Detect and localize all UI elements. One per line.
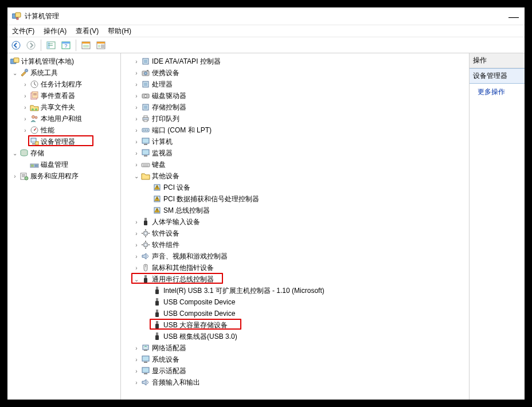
view-list-button[interactable] [95, 39, 107, 52]
tree-services-apps[interactable]: › 服务和应用程序 [9, 170, 119, 182]
device-usb-mass[interactable]: USB 大容量存储设备 [122, 319, 468, 331]
help-button[interactable]: ? [60, 39, 72, 52]
kb-icon [141, 160, 150, 169]
expand-icon[interactable]: › [132, 139, 140, 145]
tree-storage[interactable]: ⌄ 存储 [9, 147, 119, 159]
expand-icon[interactable]: › [21, 93, 29, 99]
expand-icon[interactable]: › [21, 81, 29, 88]
device-usb-roothub[interactable]: USB 根集线器(USB 3.0) [122, 331, 468, 342]
show-hide-tree-button[interactable] [45, 39, 57, 52]
minimize-button[interactable]: — [508, 11, 519, 23]
device-usb-comp2[interactable]: USB Composite Device [122, 308, 468, 319]
tree-shared-folders[interactable]: › 共享文件夹 [9, 101, 119, 113]
device-label: 网络适配器 [152, 343, 186, 353]
device-usb-ctrl[interactable]: ⌄通用串行总线控制器 [122, 273, 468, 285]
device-sound[interactable]: ›声音、视频和游戏控制器 [122, 251, 468, 262]
device-software-dev[interactable]: ›软件设备 [122, 228, 468, 239]
expand-icon[interactable]: › [11, 173, 19, 179]
device-audio-io[interactable]: ›音频输入和输出 [122, 377, 468, 388]
menu-file[interactable]: 文件(F) [12, 26, 34, 36]
menu-bar: 文件(F) 操作(A) 查看(V) 帮助(H) [7, 25, 525, 37]
device-usb-comp1[interactable]: USB Composite Device [122, 296, 468, 308]
device-software-comp[interactable]: ›软件组件 [122, 239, 468, 251]
device-print-queue[interactable]: ›打印队列 [122, 113, 468, 124]
nav-back-button[interactable] [10, 39, 22, 52]
expand-icon[interactable]: ⌄ [132, 276, 140, 283]
expand-icon[interactable]: › [132, 104, 140, 111]
expand-icon[interactable]: ⌄ [11, 150, 19, 156]
device-label: SM 总线控制器 [163, 206, 210, 216]
tree-performance[interactable]: › 性能 [9, 124, 119, 136]
device-label: 端口 (COM 和 LPT) [152, 126, 212, 135]
tree-system-tools[interactable]: ⌄ 系统工具 [9, 67, 119, 79]
nav-forward-button[interactable] [25, 39, 37, 52]
device-other[interactable]: ⌄其他设备 [122, 170, 468, 182]
speaker-icon [141, 252, 150, 261]
chip-icon [141, 57, 150, 66]
expand-icon[interactable]: › [132, 265, 140, 271]
device-system-dev[interactable]: ›系统设备 [122, 354, 468, 365]
body: 计算机管理(本地) ⌄ 系统工具 › 任务计划程序 › 事件查看器 › 共享文件… [7, 53, 525, 400]
device-ide[interactable]: ›IDE ATA/ATAPI 控制器 [122, 56, 468, 67]
speaker-icon [141, 378, 150, 387]
left-tree-pane[interactable]: 计算机管理(本地) ⌄ 系统工具 › 任务计划程序 › 事件查看器 › 共享文件… [7, 53, 121, 400]
tree-task-scheduler[interactable]: › 任务计划程序 [9, 79, 119, 90]
expand-icon[interactable]: › [132, 162, 140, 168]
tree-root[interactable]: 计算机管理(本地) [9, 56, 119, 67]
tree-local-users[interactable]: › 本地用户和组 [9, 113, 119, 124]
expand-icon[interactable]: ⌄ [11, 70, 19, 76]
expand-icon[interactable]: › [132, 357, 140, 363]
expand-icon[interactable]: › [21, 127, 29, 134]
device-tree-pane[interactable]: ›IDE ATA/ATAPI 控制器›便携设备›处理器›磁盘驱动器›存储控制器›… [121, 53, 470, 400]
expand-icon[interactable]: › [132, 368, 140, 374]
device-storage-ctrl[interactable]: ›存储控制器 [122, 101, 468, 113]
expand-icon[interactable]: › [132, 116, 140, 122]
device-computer[interactable]: ›计算机 [122, 136, 468, 147]
device-manager-icon [30, 137, 39, 146]
svg-rect-18 [101, 45, 104, 45]
menu-action[interactable]: 操作(A) [44, 26, 66, 36]
expand-icon[interactable]: › [132, 219, 140, 225]
device-other-sm[interactable]: SM 总线控制器 [122, 205, 468, 216]
expand-icon[interactable]: › [21, 116, 29, 122]
expand-icon[interactable]: ⌄ [132, 173, 140, 179]
device-usb-intel[interactable]: Intel(R) USB 3.1 可扩展主机控制器 - 1.10 (Micros… [122, 285, 468, 296]
device-diskdrive[interactable]: ›磁盘驱动器 [122, 90, 468, 101]
expand-icon[interactable]: › [132, 81, 140, 88]
device-hid[interactable]: ›人体学输入设备 [122, 216, 468, 228]
svg-rect-17 [98, 45, 100, 48]
expand-icon[interactable]: › [21, 104, 29, 111]
more-actions-link[interactable]: 更多操作 [470, 84, 525, 100]
device-network[interactable]: ›网络适配器 [122, 342, 468, 354]
expand-icon[interactable]: › [132, 253, 140, 260]
expand-icon[interactable]: › [132, 345, 140, 351]
tree-device-manager[interactable]: 设备管理器 [9, 136, 119, 147]
expand-icon[interactable]: › [132, 93, 140, 99]
device-ports[interactable]: ›端口 (COM 和 LPT) [122, 124, 468, 136]
device-cpu[interactable]: ›处理器 [122, 79, 468, 90]
device-display[interactable]: ›显示适配器 [122, 365, 468, 377]
device-other-pcisig[interactable]: PCI 数据捕获和信号处理控制器 [122, 193, 468, 205]
device-monitors[interactable]: ›监视器 [122, 147, 468, 159]
device-portable[interactable]: ›便携设备 [122, 67, 468, 79]
tree-label: 存储 [30, 148, 44, 158]
device-mouse[interactable]: ›鼠标和其他指针设备 [122, 262, 468, 273]
device-other-pci[interactable]: PCI 设备 [122, 182, 468, 193]
expand-icon[interactable]: › [132, 230, 140, 237]
monitor-icon [141, 355, 150, 364]
app-window: 计算机管理 — 文件(F) 操作(A) 查看(V) 帮助(H) ? [7, 7, 525, 400]
expand-icon[interactable]: › [132, 58, 140, 65]
device-keyboard[interactable]: ›键盘 [122, 159, 468, 170]
menu-help[interactable]: 帮助(H) [108, 26, 131, 36]
expand-icon[interactable]: › [132, 127, 140, 134]
expand-icon[interactable]: › [132, 379, 140, 386]
tree-disk-mgmt[interactable]: 磁盘管理 [9, 159, 119, 170]
expand-icon[interactable]: › [132, 242, 140, 248]
net-icon [141, 343, 150, 353]
expand-icon[interactable]: › [132, 70, 140, 76]
expand-icon[interactable]: › [132, 150, 140, 156]
menu-view[interactable]: 查看(V) [76, 26, 99, 36]
usb-icon [141, 217, 150, 226]
view-large-button[interactable] [80, 39, 92, 52]
tree-event-viewer[interactable]: › 事件查看器 [9, 90, 119, 101]
